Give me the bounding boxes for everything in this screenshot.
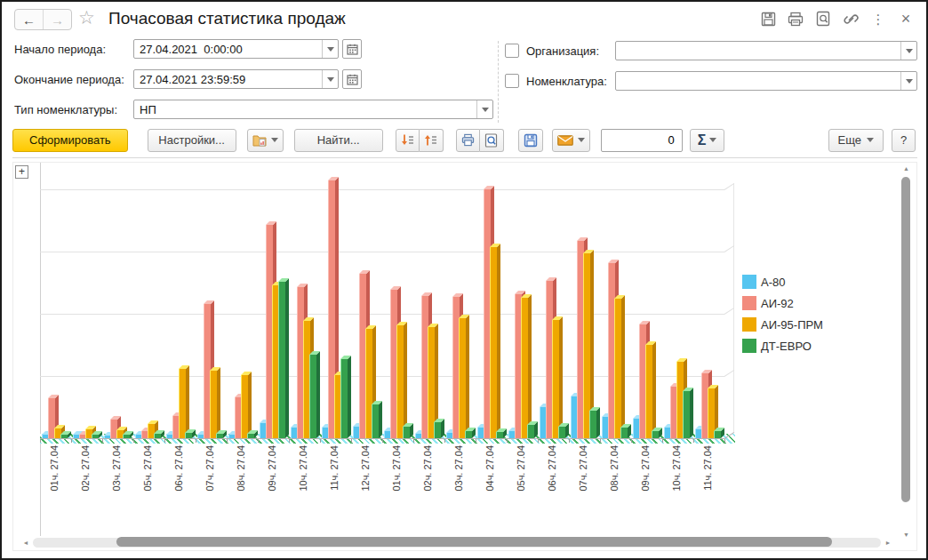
x-axis-tick: [133, 439, 134, 443]
x-axis-tick: [71, 439, 72, 443]
print-preview-button[interactable]: [480, 129, 504, 152]
chart-plot: 01ч. 27.0402ч. 27.0403ч. 27.0405ч. 27.04…: [13, 163, 916, 550]
chevron-down-icon: [906, 79, 913, 84]
nomenclature-type-dropdown[interactable]: [476, 100, 492, 118]
start-period-label: Начало периода:: [14, 43, 133, 56]
print-button[interactable]: [456, 129, 480, 152]
scroll-down-arrow-icon[interactable]: ▼: [900, 531, 912, 540]
bar-side-face: [652, 341, 656, 438]
print-preview-icon: [484, 133, 498, 148]
close-icon[interactable]: ×: [896, 10, 916, 28]
bar: [652, 431, 659, 438]
start-period-dropdown[interactable]: [322, 40, 338, 58]
x-axis-label: 06ч. 27.04: [547, 445, 559, 520]
expand-groups-icon: [401, 133, 414, 147]
bar: [589, 411, 596, 438]
organization-checkbox[interactable]: [505, 44, 519, 58]
window-header: ← → ☆ Почасовая статистика продаж ⋮ ×: [2, 2, 926, 36]
back-button[interactable]: ←: [15, 10, 44, 29]
vertical-scrollbar[interactable]: ▲ ▼: [900, 164, 912, 540]
scroll-left-arrow-icon[interactable]: ◄: [20, 537, 31, 548]
x-axis-label: 10ч. 27.04: [298, 445, 310, 520]
horizontal-scrollbar-thumb[interactable]: [116, 537, 832, 547]
scroll-up-arrow-icon[interactable]: ▲: [900, 164, 912, 173]
end-period-dropdown[interactable]: [322, 70, 338, 88]
x-axis-tick: [631, 439, 632, 443]
print-icon: [461, 133, 475, 147]
organization-dropdown[interactable]: [900, 42, 916, 60]
counter-input[interactable]: [602, 130, 682, 151]
x-axis-label: 02ч. 27.04: [422, 445, 435, 520]
scroll-right-arrow-icon[interactable]: ►: [883, 537, 893, 548]
start-period-calendar-button[interactable]: [342, 39, 362, 59]
bar: [179, 369, 186, 438]
bar: [434, 422, 441, 438]
bar-side-face: [316, 351, 320, 438]
help-button[interactable]: ?: [892, 129, 916, 152]
preview-icon[interactable]: [813, 10, 833, 28]
bar: [216, 434, 223, 438]
end-period-input[interactable]: [134, 70, 322, 88]
bar-side-face: [559, 316, 563, 438]
nomenclature-type-input[interactable]: [134, 100, 476, 118]
sum-button[interactable]: Σ: [690, 129, 725, 152]
vertical-scrollbar-thumb[interactable]: [901, 177, 910, 502]
x-axis-tick: [164, 439, 165, 443]
report-variants-button[interactable]: [247, 129, 284, 152]
bar-side-face: [217, 367, 220, 438]
toolbar-chart-separator: [12, 157, 917, 158]
end-period-calendar-button[interactable]: [342, 69, 362, 89]
x-axis-tick: [476, 439, 476, 443]
save-icon[interactable]: [758, 10, 778, 28]
nomenclature-input[interactable]: [616, 72, 900, 90]
save-result-button[interactable]: [518, 129, 543, 152]
bar: [241, 375, 248, 438]
nomenclature-checkbox[interactable]: [505, 74, 519, 88]
x-axis-tick: [724, 439, 725, 443]
organization-input[interactable]: [616, 42, 900, 60]
x-axis-label: 12ч. 27.04: [360, 445, 372, 520]
x-axis-label: 02ч. 27.04: [80, 445, 92, 520]
x-axis-tick: [227, 439, 228, 443]
bar: [645, 345, 652, 438]
find-button[interactable]: Найти...: [294, 129, 383, 152]
forward-button[interactable]: →: [44, 10, 71, 29]
organization-field: [615, 41, 917, 60]
more-button[interactable]: Еще: [828, 129, 884, 152]
bar: [309, 355, 316, 438]
link-icon[interactable]: [841, 10, 860, 28]
nomenclature-label: Номенклатура:: [526, 75, 615, 88]
settings-button[interactable]: Настройки...: [148, 129, 236, 152]
counter-field: [601, 129, 683, 152]
nomenclature-dropdown[interactable]: [900, 72, 916, 90]
start-period-input[interactable]: [134, 40, 322, 58]
end-period-label: Окончание периода:: [14, 73, 133, 86]
x-axis-tick: [413, 439, 414, 443]
filter-columns-separator: [498, 41, 499, 123]
chevron-down-icon: [709, 138, 716, 142]
collapse-groups-button[interactable]: [420, 129, 444, 152]
chevron-down-icon: [867, 138, 874, 142]
legend-item: ДТ-ЕВРО: [742, 339, 812, 353]
x-axis-label: 04ч. 27.04: [484, 445, 497, 520]
bar-side-face: [466, 315, 469, 438]
start-period-field: [133, 39, 339, 59]
horizontal-scrollbar[interactable]: ◄ ►: [20, 537, 893, 548]
menu-icon[interactable]: ⋮: [868, 10, 888, 28]
x-axis-label: 01ч. 27.04: [391, 445, 404, 520]
x-axis-label: 01ч. 27.04: [49, 445, 61, 520]
generate-button[interactable]: Сформировать: [12, 129, 128, 152]
legend-label: ДТ-ЕВРО: [761, 340, 812, 353]
legend-label: А-80: [761, 276, 785, 289]
x-axis-tick: [538, 439, 539, 443]
print-icon[interactable]: [786, 10, 805, 28]
bar-side-face: [621, 295, 625, 438]
send-mail-icon: [557, 135, 573, 146]
bar: [459, 318, 466, 438]
x-axis-tick: [444, 439, 445, 443]
send-mail-button[interactable]: [552, 129, 590, 152]
expand-groups-button[interactable]: [396, 129, 420, 152]
favorite-star-icon[interactable]: ☆: [78, 7, 95, 28]
x-axis-tick: [40, 439, 41, 443]
bar: [714, 431, 721, 438]
